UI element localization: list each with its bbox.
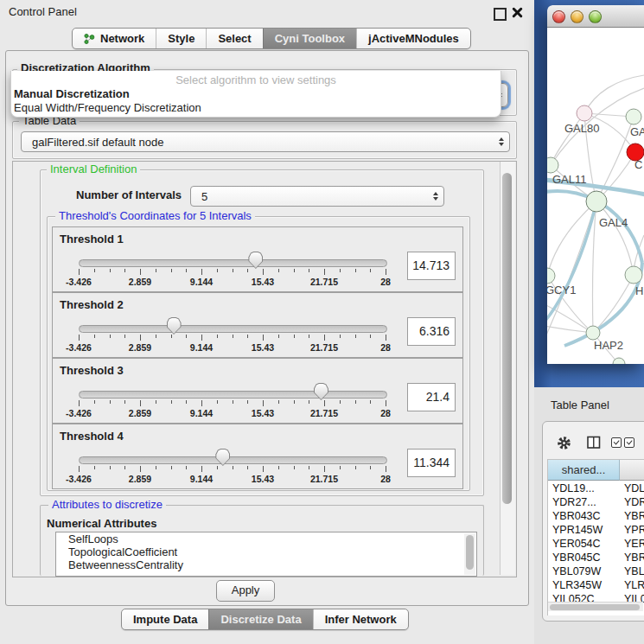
slider-tick-label: 15.43 xyxy=(252,277,274,287)
slider-tick xyxy=(79,335,80,341)
slider-tick xyxy=(217,269,218,272)
table-row[interactable]: YBL079WYBL0 xyxy=(548,564,644,578)
node-label: C xyxy=(634,158,642,171)
attribute-list-item[interactable]: SelfLoops xyxy=(56,532,476,545)
threshold-value-field[interactable]: 11.344 xyxy=(407,449,456,477)
tab-discretize-data[interactable]: Discretize Data xyxy=(208,609,312,629)
num-intervals-combobox[interactable]: 5 xyxy=(190,186,444,207)
table-row[interactable]: YDL19...YDL1 xyxy=(548,481,644,495)
table-row[interactable]: YBR043CYBR0 xyxy=(548,509,644,523)
network-node-gal80[interactable] xyxy=(577,105,592,121)
tab-select[interactable]: Select xyxy=(206,29,262,48)
interval-definition-title: Interval Definition xyxy=(47,163,140,175)
threshold-value-field[interactable]: 14.713 xyxy=(407,252,456,280)
slider-tick xyxy=(309,335,309,338)
popup-item-manual-discretization[interactable]: Manual Discretization xyxy=(14,87,495,101)
gear-icon[interactable] xyxy=(557,436,571,450)
slider-thumb[interactable] xyxy=(248,252,263,269)
slider-thumb[interactable] xyxy=(167,317,182,335)
slider-track[interactable] xyxy=(79,259,387,267)
table-data-combobox[interactable]: galFiltered.sif default node xyxy=(21,131,510,152)
threshold-panel-4: Threshold 4-3.4262.8599.14415.4321.71528… xyxy=(52,424,463,489)
table-row[interactable]: YDR27...YDR2 xyxy=(548,495,644,509)
slider-track[interactable] xyxy=(79,391,387,399)
slider-tick xyxy=(386,269,386,275)
tab-style[interactable]: Style xyxy=(156,29,206,48)
slider-tick xyxy=(309,400,309,404)
network-window-titlebar[interactable] xyxy=(547,5,644,28)
checkbox-icon[interactable] xyxy=(611,437,622,448)
column-header-name[interactable]: n xyxy=(620,460,644,481)
slider-tick xyxy=(324,335,325,341)
slider-tick-label: 15.43 xyxy=(252,408,274,418)
numerical-attributes-label: Numerical Attributes xyxy=(47,517,156,530)
table-row[interactable]: YPR145WYPR1 xyxy=(548,523,644,537)
vertical-scrollbar-thumb[interactable] xyxy=(502,173,512,504)
threshold-label: Threshold 1 xyxy=(60,233,124,245)
network-node-h[interactable] xyxy=(625,266,642,284)
slider-track[interactable] xyxy=(79,456,387,464)
table-row[interactable]: YER054CYER0 xyxy=(548,537,644,551)
tab-jactivemnodules[interactable]: jActiveMNodules xyxy=(356,29,470,48)
table-data-combobox-value: galFiltered.sif default node xyxy=(32,136,494,149)
attribute-list-item[interactable]: TopologicalCoefficient xyxy=(56,545,476,558)
network-node-gcy1[interactable] xyxy=(547,268,555,284)
column-header-shared-name[interactable]: shared... xyxy=(548,460,620,481)
slider-track[interactable] xyxy=(79,325,387,333)
slider-tick xyxy=(247,400,248,404)
attributes-scrollbar-thumb[interactable] xyxy=(466,535,474,570)
tab-network[interactable]: Network xyxy=(73,29,156,48)
slider-tick xyxy=(370,335,371,338)
cell-shared-name: YPR145W xyxy=(548,523,620,537)
network-node-hap2[interactable] xyxy=(586,326,600,340)
cell-name: YBR0 xyxy=(620,551,644,564)
tab-cyni-toolbox[interactable]: Cyni Toolbox xyxy=(263,29,356,48)
slider-tick xyxy=(110,335,111,338)
slider-tick xyxy=(233,466,233,469)
minimize-traffic-light-icon[interactable] xyxy=(571,10,583,23)
slider-tick xyxy=(94,335,95,338)
slider-tick xyxy=(110,269,111,272)
threshold-value-field[interactable]: 6.316 xyxy=(407,317,456,346)
numerical-attributes-list[interactable]: SelfLoopsTopologicalCoefficientBetweenne… xyxy=(55,532,477,577)
slider-tick xyxy=(171,335,172,338)
attributes-scrollbar-track[interactable] xyxy=(464,533,475,575)
node-label: HAP2 xyxy=(594,339,623,352)
tab-label: Infer Network xyxy=(325,613,397,626)
tab-impute-data[interactable]: Impute Data xyxy=(122,609,208,629)
slider-tick-label: 2.859 xyxy=(129,474,151,484)
checkbox-icon[interactable] xyxy=(624,437,634,448)
slider-thumb[interactable] xyxy=(215,449,230,466)
attributes-group-title: Attributes to discretize xyxy=(48,499,166,511)
control-panel-title: Control Panel xyxy=(9,5,77,18)
attribute-list-item[interactable]: BetweennessCentrality xyxy=(56,558,476,571)
slider-tick-label: 28 xyxy=(380,342,391,353)
slider-tick-label: 28 xyxy=(380,277,391,287)
network-node-ga[interactable] xyxy=(626,109,641,124)
close-traffic-light-icon[interactable] xyxy=(552,10,565,23)
zoom-traffic-light-icon[interactable] xyxy=(589,10,602,23)
table-row[interactable]: YBR045CYBR0 xyxy=(548,551,644,564)
apply-button[interactable]: Apply xyxy=(216,580,275,602)
network-node-gal11[interactable] xyxy=(547,157,558,173)
table-row[interactable]: YLR345WYLR3 xyxy=(548,578,644,592)
slider-tick xyxy=(124,400,125,404)
slider-tick xyxy=(386,400,386,406)
table-hscrollbar-track[interactable] xyxy=(548,602,643,611)
close-icon[interactable] xyxy=(511,6,524,19)
slider-tick xyxy=(324,400,325,406)
table-hscrollbar-thumb[interactable] xyxy=(550,604,640,610)
popup-item-equal-width-frequency[interactable]: Equal Width/Frequency Discretization xyxy=(14,101,495,115)
network-canvas[interactable]: GAL80GACGAL11GAL4GCY1HHAP2 xyxy=(547,28,644,364)
algorithm-dropdown-popup: Select algorithm to view settings Manual… xyxy=(10,71,501,118)
slider-tick xyxy=(247,466,248,469)
float-window-icon[interactable] xyxy=(494,8,507,21)
cell-shared-name: YER054C xyxy=(548,537,620,551)
columns-icon[interactable] xyxy=(587,436,601,450)
network-node-gal4[interactable] xyxy=(586,191,607,212)
threshold-value-field[interactable]: 21.4 xyxy=(407,383,456,411)
slider-tick xyxy=(309,269,309,272)
tab-infer-network[interactable]: Infer Network xyxy=(313,609,408,629)
slider-thumb[interactable] xyxy=(314,383,328,400)
slider-tick xyxy=(79,269,80,275)
